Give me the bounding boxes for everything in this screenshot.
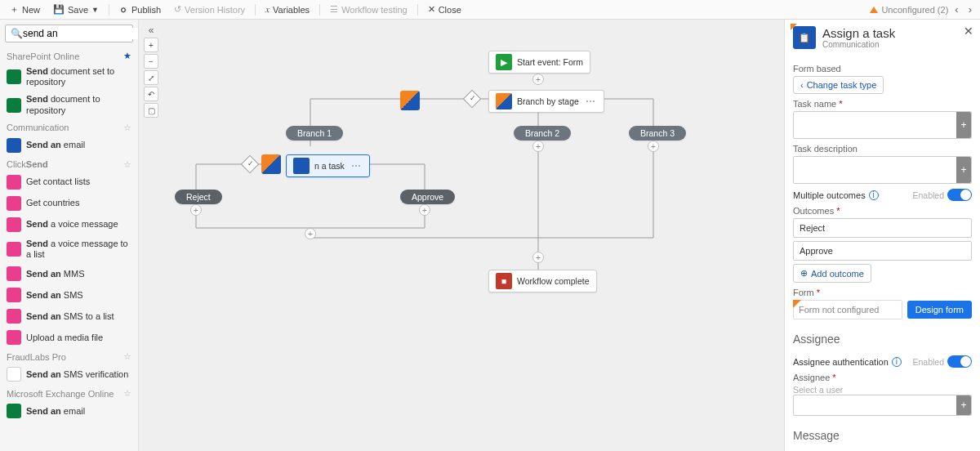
action-item[interactable]: Send document to repository	[0, 91, 138, 118]
assignee-section-header: Assignee	[785, 326, 980, 347]
workflow-testing-button[interactable]: ☰Workflow testing	[325, 2, 412, 16]
node-menu-icon[interactable]: ⋯	[350, 160, 363, 172]
add-after-start[interactable]: +	[532, 74, 544, 85]
action-item[interactable]: Send an SMS verification	[0, 364, 138, 385]
merge-plus-1[interactable]: +	[305, 228, 316, 239]
approve-node[interactable]: Approve	[400, 190, 455, 204]
search-input[interactable]	[23, 28, 139, 39]
action-item[interactable]: Upload a media file	[0, 327, 138, 348]
version-history-button[interactable]: ↺Version History	[169, 2, 250, 16]
assign-source-icon	[261, 154, 281, 174]
reject-node[interactable]: Reject	[175, 190, 222, 204]
action-label: Send an SMS verification	[26, 369, 128, 380]
outcome-item[interactable]: Reject	[793, 218, 972, 238]
add-after-branch2[interactable]: +	[532, 141, 544, 152]
info-icon[interactable]: i	[869, 190, 879, 200]
panel-close-button[interactable]: ✕	[964, 25, 973, 38]
complete-node[interactable]: ■ Workflow complete	[488, 270, 597, 292]
action-label: Send an email	[26, 140, 85, 150]
insert-variable-button[interactable]: +	[956, 395, 971, 415]
action-icon	[7, 69, 21, 84]
next-button[interactable]: ›	[965, 3, 975, 16]
assignee-auth-label: Assignee authentication	[793, 357, 889, 367]
action-label: Get countries	[26, 198, 79, 208]
favorite-icon[interactable]: ★	[123, 51, 131, 61]
category-header[interactable]: Communication☆	[0, 119, 138, 135]
insert-variable-button[interactable]: +	[956, 157, 971, 183]
task-desc-field[interactable]: +	[793, 156, 972, 184]
branch-source-icon	[400, 91, 420, 110]
favorite-icon[interactable]: ☆	[123, 159, 131, 170]
action-item[interactable]: Send an SMS to a list	[0, 306, 138, 327]
add-outcome-button[interactable]: ⊕ Add outcome	[793, 264, 871, 283]
action-icon	[7, 404, 21, 418]
workflow-canvas[interactable]: « + − ⤢ ↶ ▢	[139, 20, 784, 451]
category-header[interactable]: SharePoint Online★	[0, 47, 138, 63]
add-after-branch3[interactable]: +	[648, 141, 659, 152]
action-icon	[7, 330, 21, 345]
search-icon: 🔍	[11, 28, 23, 39]
action-item[interactable]: Send a voice message to a list	[0, 235, 138, 263]
assignee-auth-toggle[interactable]	[947, 355, 972, 368]
branch-by-node[interactable]: Branch by stage ⋯	[488, 90, 604, 113]
action-label: Send an SMS to a list	[26, 311, 114, 322]
prev-button[interactable]: ‹	[951, 3, 961, 16]
add-after-reject[interactable]: +	[190, 204, 202, 216]
branch3-node[interactable]: Branch 3	[629, 126, 686, 141]
warning-icon	[870, 7, 878, 13]
category-header[interactable]: Microsoft Exchange Online☆	[0, 385, 138, 400]
category-header[interactable]: ClickSend☆	[0, 156, 138, 172]
close-button[interactable]: ✕Close	[423, 2, 466, 16]
task-icon: 📋	[793, 26, 816, 49]
design-form-button[interactable]: Design form	[907, 301, 972, 319]
chevron-down-icon: ▼	[91, 6, 99, 14]
outcomes-label: Outcomes	[793, 206, 972, 216]
panel-subtitle: Communication	[822, 40, 895, 49]
action-icon	[7, 367, 21, 382]
action-search[interactable]: 🔍 ✕	[5, 25, 133, 42]
properties-panel: 📋 Assign a task Communication ✕ Form bas…	[784, 20, 980, 451]
save-button[interactable]: 💾Save▼	[48, 2, 104, 16]
action-icon	[7, 138, 21, 153]
branch2-node[interactable]: Branch 2	[514, 126, 571, 141]
multi-outcomes-toggle[interactable]	[947, 189, 972, 201]
favorite-icon[interactable]: ☆	[123, 351, 131, 362]
category-header[interactable]: FraudLabs Pro☆	[0, 348, 138, 364]
variables-button[interactable]: 𝑥Variables	[261, 2, 314, 16]
plus-icon: ＋	[10, 3, 19, 16]
branch1-node[interactable]: Branch 1	[286, 126, 343, 141]
favorite-icon[interactable]: ☆	[123, 123, 131, 133]
favorite-icon[interactable]: ☆	[123, 388, 131, 399]
change-task-type-button[interactable]: ‹ Change task type	[793, 76, 884, 94]
add-after-approve[interactable]: +	[419, 204, 430, 216]
action-item[interactable]: Get contact lists	[0, 172, 138, 193]
outcome-item[interactable]: Approve	[793, 241, 972, 261]
assignee-hint: Select a user	[793, 385, 972, 395]
task-name-field[interactable]: +	[793, 111, 972, 139]
action-label: Send an SMS	[26, 290, 83, 301]
stop-icon: ■	[496, 273, 512, 289]
action-item[interactable]: Get countries	[0, 193, 138, 214]
new-button[interactable]: ＋New	[5, 2, 45, 17]
action-item[interactable]: Send an email	[0, 135, 138, 156]
assignee-field[interactable]: +	[793, 395, 972, 416]
task-desc-input[interactable]	[799, 161, 951, 179]
publish-button[interactable]: ⭘Publish	[114, 3, 166, 16]
insert-variable-button[interactable]: +	[956, 112, 971, 138]
assign-task-node[interactable]: n a task ⋯	[286, 154, 370, 177]
node-label: Branch by stage	[517, 96, 579, 106]
merge-plus-2[interactable]: +	[532, 252, 544, 263]
action-item[interactable]: Send an MMS	[0, 263, 138, 284]
task-name-input[interactable]	[799, 116, 951, 134]
action-label: Send a voice message	[26, 219, 118, 230]
unconfigured-warning[interactable]: Unconfigured (2)	[870, 5, 948, 15]
action-item[interactable]: Send a voice message	[0, 214, 138, 235]
start-node[interactable]: ▶ Start event: Form	[488, 51, 590, 74]
action-item[interactable]: Send an SMS	[0, 284, 138, 306]
node-menu-icon[interactable]: ⋯	[584, 96, 597, 107]
publish-icon: ⭘	[119, 5, 128, 15]
action-icon	[7, 175, 21, 190]
action-item[interactable]: Send document set to repository	[0, 63, 138, 91]
action-item[interactable]: Send an email	[0, 400, 138, 422]
info-icon[interactable]: i	[892, 357, 902, 367]
